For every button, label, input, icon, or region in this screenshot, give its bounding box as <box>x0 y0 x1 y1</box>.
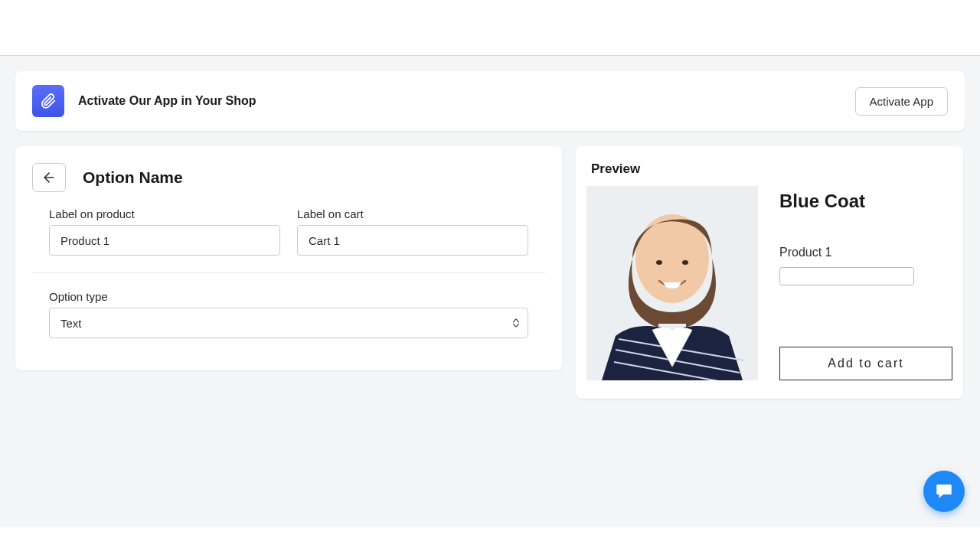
label-on-cart-input[interactable] <box>297 225 528 256</box>
preview-heading: Preview <box>591 161 952 177</box>
banner-title: Activate Our App in Your Shop <box>78 94 256 108</box>
activate-banner: Activate Our App in Your Shop Activate A… <box>15 71 965 131</box>
chat-button[interactable] <box>923 471 965 512</box>
product-title: Blue Coat <box>779 191 952 212</box>
app-icon <box>32 85 64 117</box>
page-content: Activate Our App in Your Shop Activate A… <box>0 56 980 527</box>
option-form-card: Option Name Label on product Label on ca… <box>15 146 562 370</box>
product-image <box>586 186 758 380</box>
activate-app-button[interactable]: Activate App <box>855 87 948 116</box>
label-on-product-input[interactable] <box>49 225 280 256</box>
form-heading: Option Name <box>83 168 183 187</box>
option-type-select[interactable]: Text <box>49 308 528 338</box>
back-button[interactable] <box>32 163 66 192</box>
option-type-title: Option type <box>49 290 528 303</box>
section-divider <box>32 272 545 273</box>
product-field-input[interactable] <box>779 267 914 285</box>
chat-icon <box>934 481 954 501</box>
label-on-product-title: Label on product <box>49 207 280 220</box>
paperclip-icon <box>40 93 57 109</box>
product-field-label: Product 1 <box>779 246 952 259</box>
person-photo-icon <box>586 186 758 380</box>
preview-card: Preview <box>576 146 963 399</box>
label-on-cart-title: Label on cart <box>297 207 528 220</box>
svg-point-3 <box>656 260 662 265</box>
svg-point-4 <box>682 260 688 265</box>
add-to-cart-button[interactable]: Add to cart <box>779 347 952 380</box>
arrow-left-icon <box>41 170 57 185</box>
blank-header <box>0 0 980 55</box>
